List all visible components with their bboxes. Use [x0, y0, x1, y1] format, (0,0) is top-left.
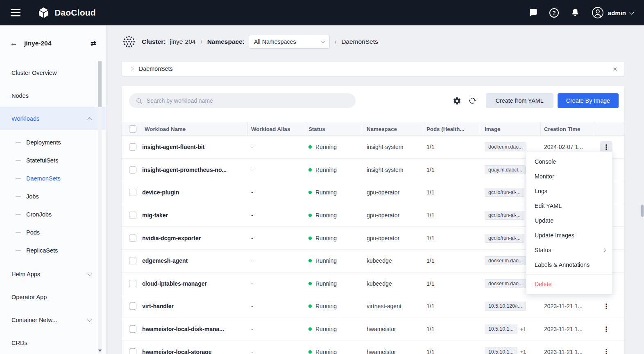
workload-name[interactable]: virt-handler — [141, 303, 248, 309]
status-dot-icon — [308, 282, 312, 285]
namespace-cell: gpu-operator — [363, 189, 423, 196]
pods-cell: 1/1 — [423, 144, 481, 150]
workload-name[interactable]: hwameistor-local-disk-mana... — [141, 326, 248, 332]
status-dot-icon — [308, 214, 312, 217]
menu-item-update-images[interactable]: Update Images — [526, 228, 612, 243]
row-checkbox[interactable] — [129, 189, 136, 196]
menu-item-status[interactable]: Status — [526, 243, 612, 257]
pods-cell: 1/1 — [423, 303, 481, 309]
sidebar-item-operator-app[interactable]: Operator App — [0, 286, 106, 309]
row-checkbox-cell — [122, 234, 141, 242]
create-from-yaml-button[interactable]: Create from YAML — [486, 93, 553, 108]
pods-cell: 1/1 — [423, 167, 481, 173]
sidebar-item-helm-apps[interactable]: Helm Apps — [0, 263, 106, 286]
sidebar-item-deployments[interactable]: Deployments — [0, 133, 106, 151]
dash-icon — [16, 178, 21, 179]
chevron-down-icon — [87, 271, 92, 276]
kebab-menu-icon[interactable]: ⋮ — [600, 300, 612, 312]
tab-daemonsets[interactable]: DaemonSets — [139, 65, 173, 72]
workload-name[interactable]: device-plugin — [141, 189, 248, 196]
dash-icon — [16, 250, 21, 251]
scrollbar-down-arrow-icon[interactable] — [98, 349, 102, 352]
row-checkbox[interactable] — [129, 280, 136, 287]
kebab-menu-icon[interactable]: ⋮ — [600, 323, 612, 335]
row-checkbox[interactable] — [129, 143, 136, 151]
sidebar-item-pods[interactable]: Pods — [0, 223, 106, 241]
help-icon[interactable]: ? — [549, 8, 559, 18]
create-by-image-button[interactable]: Create By Image — [558, 93, 619, 108]
row-checkbox[interactable] — [129, 348, 136, 354]
select-all-checkbox[interactable] — [129, 125, 136, 133]
menu-item-update[interactable]: Update — [526, 213, 612, 228]
column-header: Pods (Health... — [423, 122, 481, 135]
menu-item-logs[interactable]: Logs — [526, 184, 612, 198]
sidebar-item-daemonsets[interactable]: DaemonSets — [0, 169, 106, 187]
image-cell: 10.5.10.1...+1 — [481, 347, 541, 354]
workload-name[interactable]: mig-faker — [141, 212, 248, 219]
sidebar-item-statefulsets[interactable]: StatefulSets — [0, 151, 106, 169]
sidebar-item-workloads[interactable]: Workloads — [0, 107, 106, 130]
dash-icon — [16, 160, 21, 161]
menu-item-label: Logs — [535, 188, 547, 194]
image-tag: quay.m.daocl... — [485, 165, 526, 174]
row-checkbox[interactable] — [129, 234, 136, 242]
row-checkbox[interactable] — [129, 166, 136, 174]
search-box[interactable] — [129, 93, 356, 108]
row-checkbox[interactable] — [129, 325, 136, 333]
menu-item-label: Update — [535, 217, 553, 224]
workload-name[interactable]: cloud-iptables-manager — [141, 280, 248, 287]
sidebar-item-cluster-overview[interactable]: Cluster Overview — [0, 61, 106, 84]
hamburger-menu-icon[interactable] — [11, 9, 20, 16]
menu-item-delete[interactable]: Delete — [526, 277, 612, 291]
menu-item-label: Update Images — [535, 232, 574, 239]
namespace-cell: kubeedge — [363, 257, 423, 264]
workload-alias: - — [248, 303, 305, 309]
search-input[interactable] — [147, 97, 349, 104]
sidebar-scrollbar[interactable] — [98, 61, 102, 354]
user-menu[interactable]: admin — [592, 7, 633, 19]
bell-icon[interactable] — [570, 8, 580, 18]
workload-name[interactable]: hwameistor-local-storage — [141, 349, 248, 354]
sidebar-item-label: Deployments — [26, 139, 61, 146]
sidebar-item-label: ReplicaSets — [26, 247, 58, 254]
window-scrollbar[interactable] — [641, 25, 644, 354]
status-cell: Running — [305, 303, 363, 309]
sidebar-item-container-netw[interactable]: Container Netw... — [0, 309, 106, 331]
tab-bar: DaemonSets × — [122, 61, 624, 76]
row-checkbox[interactable] — [129, 212, 136, 219]
dash-icon — [16, 232, 21, 233]
kebab-menu-icon[interactable]: ⋮ — [600, 346, 612, 354]
namespace-select[interactable]: All Namespaces — [249, 35, 330, 49]
workload-name[interactable]: nvidia-dcgm-exporter — [141, 235, 248, 241]
switch-cluster-icon[interactable]: ⇄ — [91, 39, 96, 48]
menu-item-console[interactable]: Console — [526, 154, 612, 169]
namespace-cell: hwameistor — [363, 349, 423, 354]
window-scrollbar-thumb[interactable] — [641, 205, 644, 217]
back-arrow-icon[interactable]: ← — [10, 39, 18, 48]
sidebar-item-nodes[interactable]: Nodes — [0, 84, 106, 107]
workload-name[interactable]: insight-agent-prometheus-no... — [141, 167, 248, 173]
menu-item-monitor[interactable]: Monitor — [526, 169, 612, 184]
namespace-cell: hwameistor — [363, 326, 423, 332]
row-actions-cell: ⋮ — [596, 300, 624, 312]
row-checkbox[interactable] — [129, 302, 136, 310]
refresh-icon[interactable] — [468, 96, 477, 105]
workload-name[interactable]: insight-agent-fluent-bit — [141, 144, 248, 150]
menu-item-labels-annotations[interactable]: Labels & Annotations — [526, 257, 612, 272]
sidebar-item-label: Workloads — [11, 115, 39, 122]
sidebar-item-jobs[interactable]: Jobs — [0, 187, 106, 205]
chat-icon[interactable] — [528, 8, 538, 18]
sidebar-item-label: CRDs — [11, 340, 27, 346]
close-icon[interactable]: × — [613, 65, 617, 73]
status-dot-icon — [308, 259, 312, 262]
scrollbar-thumb[interactable] — [98, 61, 102, 107]
sidebar-item-cronjobs[interactable]: CronJobs — [0, 205, 106, 223]
sidebar-item-crds[interactable]: CRDs — [0, 331, 106, 354]
sidebar-item-replicasets[interactable]: ReplicaSets — [0, 241, 106, 259]
image-tag: gcr.io/run-ai-... — [485, 234, 524, 243]
row-checkbox[interactable] — [129, 257, 136, 264]
gear-icon[interactable] — [453, 97, 461, 105]
workload-name[interactable]: edgemesh-agent — [141, 257, 248, 264]
sidebar-item-label: Pods — [26, 229, 40, 236]
menu-item-edit-yaml[interactable]: Edit YAML — [526, 198, 612, 213]
